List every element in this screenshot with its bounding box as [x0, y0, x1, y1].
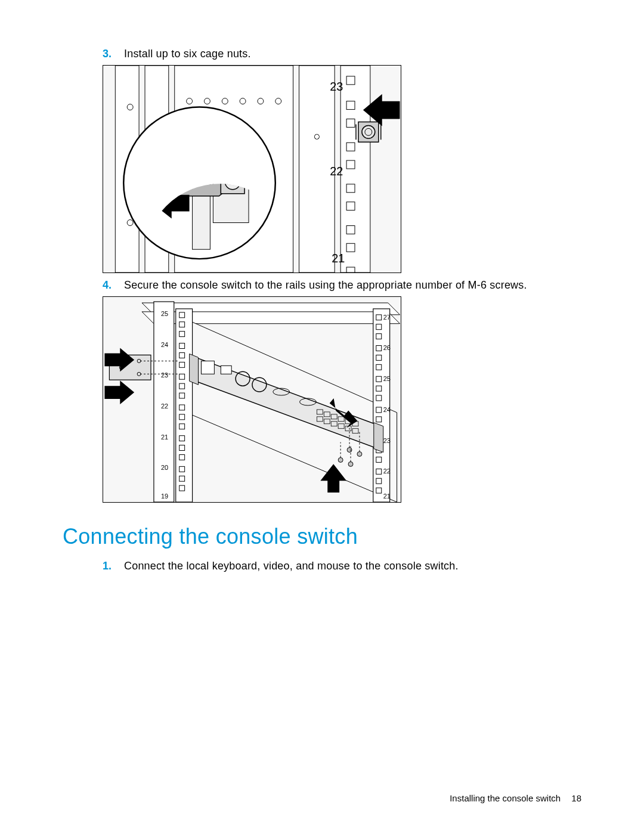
svg-text:23: 23: [161, 371, 168, 379]
svg-rect-36: [176, 309, 193, 502]
step-number: 1.: [103, 560, 113, 572]
svg-text:22: 22: [161, 402, 168, 410]
step-text: Connect the local keyboard, video, and m…: [124, 560, 459, 572]
left-rail: 25 24 23 22 21 20 19: [154, 302, 193, 502]
svg-text:24: 24: [161, 341, 168, 348]
footer-page-number: 18: [571, 793, 581, 803]
svg-text:27: 27: [383, 314, 391, 321]
figure-secure-switch: 25 24 23 22 21 20 19 27: [103, 296, 401, 503]
rack-label-22: 22: [330, 165, 343, 178]
svg-text:21: 21: [161, 433, 168, 441]
figure-cage-nut-install: 23 22 21: [103, 65, 401, 273]
svg-point-25: [362, 125, 375, 138]
footer-section: Installing the console switch: [450, 793, 561, 803]
step-line: 4. Secure the console switch to the rail…: [103, 279, 581, 292]
svg-point-113: [357, 451, 362, 456]
svg-text:25: 25: [161, 310, 168, 317]
cage-nut-diagram: 23 22 21: [103, 66, 401, 272]
secure-switch-diagram: 25 24 23 22 21 20 19 27: [103, 297, 401, 502]
svg-text:25: 25: [383, 375, 391, 382]
page-footer: Installing the console switch 18: [450, 793, 581, 803]
step-number: 3.: [103, 48, 113, 60]
rack-label-23: 23: [330, 80, 343, 93]
step-3: 3. Install up to six cage nuts.: [103, 48, 581, 60]
svg-rect-89: [221, 366, 231, 374]
step-text: Install up to six cage nuts.: [124, 48, 251, 60]
svg-rect-3: [299, 66, 335, 272]
cage-nut-icon: [356, 122, 381, 142]
svg-text:20: 20: [161, 464, 168, 471]
svg-text:22: 22: [383, 467, 391, 475]
svg-marker-120: [104, 380, 134, 404]
svg-point-117: [348, 462, 353, 466]
section-heading: Connecting the console switch: [63, 524, 581, 549]
svg-text:23: 23: [383, 437, 391, 444]
step-text: Secure the console switch to the rails u…: [124, 279, 527, 292]
svg-text:26: 26: [383, 344, 391, 351]
document-page: 3. Install up to six cage nuts.: [0, 0, 644, 833]
right-rail: 27 26 25 24 23 22 21: [373, 309, 391, 502]
svg-rect-4: [340, 66, 370, 272]
step-line: 1. Connect the local keyboard, video, an…: [103, 560, 581, 572]
svg-text:21: 21: [383, 493, 391, 500]
rack-label-21: 21: [332, 252, 345, 265]
svg-rect-88: [201, 361, 214, 374]
svg-text:19: 19: [161, 493, 168, 500]
svg-point-115: [338, 457, 343, 462]
step-1-connect: 1. Connect the local keyboard, video, an…: [103, 560, 581, 572]
step-4: 4. Secure the console switch to the rail…: [103, 279, 581, 292]
step-line: 3. Install up to six cage nuts.: [103, 48, 581, 60]
svg-text:24: 24: [383, 406, 391, 413]
step-number: 4.: [103, 279, 113, 292]
svg-point-111: [347, 448, 352, 453]
